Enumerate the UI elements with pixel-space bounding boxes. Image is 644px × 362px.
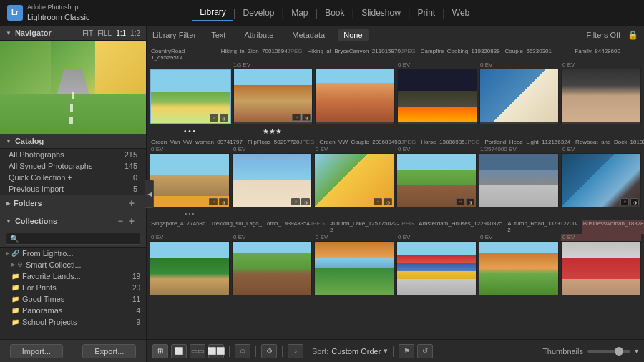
nav-print[interactable]: Print bbox=[410, 5, 442, 21]
grid-row-3-labels: Singapore_41774686 Trekking_sul_Lago_...… bbox=[150, 220, 641, 234]
tb-right: Thumbnails ▾ bbox=[542, 347, 638, 356]
tb-sep-1 bbox=[229, 346, 230, 357]
collections-minus-button[interactable]: − bbox=[118, 216, 123, 226]
nav-map[interactable]: Map bbox=[284, 5, 315, 21]
photo-thumb-singapore bbox=[150, 242, 229, 295]
photo-cell-rowboat[interactable]: ⌗ ◑ bbox=[561, 153, 641, 207]
nav-1-1[interactable]: 1:1 bbox=[116, 29, 126, 37]
photo-label-6: Family_84428600 bbox=[573, 47, 641, 62]
rotate-button[interactable]: ↺ bbox=[417, 344, 433, 358]
photo-cell-businesswoman[interactable] bbox=[561, 241, 641, 295]
photo-cell-zion[interactable]: ⌗ ◑ bbox=[233, 69, 313, 124]
folders-add-button[interactable]: + bbox=[129, 197, 140, 209]
filter-lock-icon[interactable]: 🔒 bbox=[628, 30, 638, 40]
collection-item-fav-lands[interactable]: ▶ 📁 Favorite Lands... 19 bbox=[0, 270, 146, 282]
catalog-item-quick[interactable]: Quick Collection +0 bbox=[0, 172, 146, 183]
nav-1-2[interactable]: 1:2 bbox=[130, 29, 140, 37]
photo-cell-campfire[interactable] bbox=[397, 69, 477, 124]
photo-cell-trekking[interactable] bbox=[232, 241, 312, 295]
flag-button[interactable]: ⚑ bbox=[399, 344, 414, 358]
tb-sep-4 bbox=[393, 346, 394, 357]
sort-value[interactable]: Custom Order bbox=[331, 347, 381, 356]
photo-cell-bryce[interactable] bbox=[315, 69, 395, 124]
folders-header[interactable]: ▶ Folders + bbox=[0, 195, 146, 212]
photo-label-4: Campfire_Cooking_119320839 bbox=[419, 47, 502, 62]
import-button[interactable]: Import... bbox=[10, 344, 63, 358]
grid-row-2: ⌗ ◑ ⌗ ◑ ⌗ bbox=[150, 153, 641, 207]
photo-cell-singapore[interactable] bbox=[150, 241, 230, 295]
collection-item-smart[interactable]: ▶ ⚙ Smart Collecti... bbox=[0, 259, 146, 270]
photo-grid: CountryRoad-1_69529514 Hiking_in_Zion_70… bbox=[147, 44, 644, 339]
catalog-header[interactable]: ▼ Catalog bbox=[0, 134, 146, 149]
photo-cell-horse[interactable]: ⌗ ◑ bbox=[396, 153, 477, 207]
photo-cell-amsterdam[interactable] bbox=[396, 241, 477, 295]
photo-thumb-campfire bbox=[398, 69, 477, 122]
collection-item-for-prints[interactable]: ▶ 📁 For Prints 20 bbox=[0, 282, 146, 293]
collection-item-panoramas[interactable]: ▶ 📁 Panoramas 4 bbox=[0, 305, 146, 316]
left-panel-collapse[interactable]: ◀ bbox=[145, 180, 154, 208]
photo-cell-family[interactable] bbox=[561, 69, 641, 124]
photo-label-r2-2: FlipFlops_50297720JPEG bbox=[246, 138, 316, 146]
grid-view-button[interactable]: ⊞ bbox=[152, 344, 168, 358]
slider-chevron-icon[interactable]: ▾ bbox=[635, 347, 638, 355]
app-title: Adobe Photoshop Lightroom Classic bbox=[27, 4, 89, 22]
photo-cell-autumn-road[interactable] bbox=[479, 241, 559, 295]
nav-slideshow[interactable]: Slideshow bbox=[354, 5, 408, 21]
grid-row-2-labels: Green_Van_VW_woman_09741797 FlipFlops_50… bbox=[150, 138, 641, 146]
photo-cell-countryside[interactable]: ⌗ ◑ bbox=[150, 69, 231, 124]
grid-row-1-labels: CountryRoad-1_69529514 Hiking_in_Zion_70… bbox=[150, 47, 641, 62]
sprocket-button[interactable]: ⚙ bbox=[261, 344, 277, 358]
collections-search-input[interactable] bbox=[6, 233, 140, 245]
photo-label-r3-1: Singapore_41774686 bbox=[150, 220, 208, 234]
photo-cell-flipflops[interactable]: ⌗ ◑ bbox=[232, 153, 312, 207]
thumbnail-size-slider[interactable] bbox=[587, 350, 630, 353]
nav-web[interactable]: Web bbox=[445, 5, 477, 21]
loupe-view-button[interactable]: ⬜ bbox=[171, 344, 187, 358]
filter-tab-metadata[interactable]: Metadata bbox=[286, 29, 331, 41]
photo-cell-couple[interactable] bbox=[479, 69, 560, 124]
compare-view-button[interactable]: ▭▭ bbox=[190, 344, 205, 358]
filter-tab-attribute[interactable]: Attribute bbox=[238, 29, 279, 41]
sort-label: Sort: bbox=[312, 347, 328, 356]
main-content: ▼ Navigator FIT FILL 1:1 1:2 bbox=[0, 26, 644, 362]
collection-item-from-lightroom[interactable]: ▶ 🔗 From Lightro... bbox=[0, 248, 146, 259]
nav-fill[interactable]: FILL bbox=[97, 29, 112, 37]
collection-item-school[interactable]: ▶ 📁 School Projects 9 bbox=[0, 316, 146, 328]
nav-library[interactable]: Library bbox=[192, 4, 233, 21]
people-view-button[interactable]: ☺ bbox=[235, 344, 250, 358]
photo-thumb-countryside: ⌗ ◑ bbox=[151, 70, 230, 123]
photo-cell-portland[interactable] bbox=[479, 153, 559, 207]
photo-label-r2-1: Green_Van_VW_woman_09741797 bbox=[150, 138, 244, 146]
overlay-adjust-icon-r2: ◑ bbox=[219, 198, 228, 205]
photo-label-r2-6: Rowboat_and_Dock_181331006 bbox=[574, 138, 644, 146]
collections-header[interactable]: ▼ Collections − + bbox=[0, 212, 146, 230]
photo-label-r2-3: Green_VW_Couple_209689493JPEG bbox=[318, 138, 417, 146]
catalog-item-synced[interactable]: All Synced Photographs145 bbox=[0, 160, 146, 172]
survey-view-button[interactable]: ⬜⬜ bbox=[208, 344, 224, 358]
collections-add-button[interactable]: + bbox=[129, 215, 140, 227]
collection-item-good-times[interactable]: ▶ 📁 Good Times 11 bbox=[0, 293, 146, 305]
grid-row-3-sublabels: 0 EV 0 EV 0 EV 0 EV 0 EV 0 EV bbox=[150, 234, 641, 241]
sort-chevron-icon[interactable]: ▾ bbox=[384, 346, 388, 356]
filter-tab-text[interactable]: Text bbox=[205, 29, 231, 41]
topbar-nav: Library | Develop | Map | Book | Slidesh… bbox=[192, 4, 477, 21]
export-button[interactable]: Export... bbox=[82, 344, 136, 358]
catalog-item-all-photos[interactable]: All Photographs215 bbox=[0, 149, 146, 160]
navigator-image bbox=[0, 41, 146, 134]
slider-thumb[interactable] bbox=[615, 347, 623, 356]
photo-stars-2: ★★★ bbox=[232, 127, 312, 136]
photo-cell-vw-couple[interactable]: ⌗ ◑ bbox=[314, 153, 394, 207]
photo-cell-autumn-lake[interactable] bbox=[314, 241, 394, 295]
photo-cell-vw-woman[interactable]: ⌗ ◑ bbox=[150, 153, 230, 207]
music-button[interactable]: ♪ bbox=[288, 344, 303, 358]
photo-thumb-autumn-lake bbox=[315, 242, 394, 295]
photo-label-3: Hiking_at_BryceCanyon_211015870JPEG bbox=[306, 47, 417, 62]
filter-tab-none[interactable]: None bbox=[338, 29, 368, 41]
catalog-item-prev-import[interactable]: Previous Import5 bbox=[0, 183, 146, 195]
navigator-header[interactable]: ▼ Navigator FIT FILL 1:1 1:2 bbox=[0, 26, 146, 41]
nav-develop[interactable]: Develop bbox=[235, 5, 281, 21]
filters-off[interactable]: Filters Off bbox=[587, 31, 620, 39]
nav-book[interactable]: Book bbox=[318, 5, 351, 21]
nav-fit[interactable]: FIT bbox=[82, 29, 93, 37]
overlay-adjust-icon-r2f: ◑ bbox=[630, 198, 639, 205]
